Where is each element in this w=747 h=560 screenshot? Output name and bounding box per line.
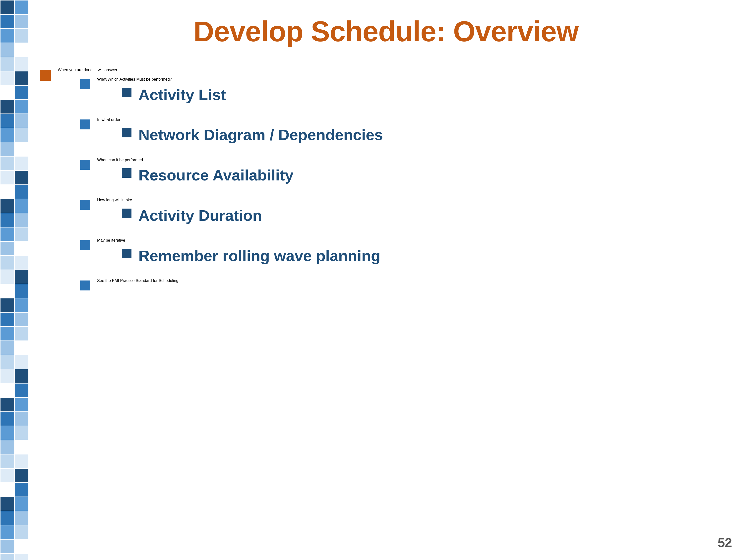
bullet-square-l2-4 — [80, 200, 90, 210]
strip-block — [0, 57, 14, 71]
level2-content-5: May be iterative Remember rolling wave p… — [97, 238, 732, 271]
strip-block — [0, 0, 14, 14]
strip-block — [0, 213, 14, 227]
strip-block — [15, 412, 28, 426]
strip-block — [15, 171, 28, 184]
strip-block — [15, 313, 28, 326]
strip-block — [15, 128, 28, 142]
list-item-level2-1: What/Which Activities Must be performed?… — [80, 77, 732, 110]
strip-block — [15, 270, 28, 284]
strip-block — [15, 86, 28, 99]
strip-block — [15, 242, 28, 256]
strip-block — [0, 256, 14, 270]
strip-block — [0, 383, 14, 397]
strip-block — [15, 426, 28, 440]
page-number: 52 — [718, 535, 732, 550]
strip-block — [15, 355, 28, 369]
strip-block — [15, 526, 28, 539]
level2-content-1: What/Which Activities Must be performed?… — [97, 77, 732, 110]
strip-block — [0, 554, 14, 560]
list-item-level2-3: When can it be performed Resource Availa… — [80, 158, 732, 191]
strip-block — [15, 554, 28, 560]
strip-block — [15, 72, 28, 85]
strip-block — [15, 185, 28, 198]
bullet-square-l2-2 — [80, 119, 90, 129]
strip-block — [15, 57, 28, 71]
strip-block — [0, 511, 14, 525]
strip-block — [0, 497, 14, 511]
level1-text-1: When you are done, it will answer — [58, 68, 117, 72]
strip-block — [0, 270, 14, 284]
level2-text-6: See the PMI Practice Standard for Schedu… — [97, 278, 178, 283]
list-item-level3-1: Activity List — [122, 86, 732, 104]
strip-block — [0, 469, 14, 482]
strip-block — [0, 284, 14, 298]
list-item-level3-2: Network Diagram / Dependencies — [122, 126, 732, 143]
strip-block — [0, 43, 14, 57]
strip-block — [0, 313, 14, 326]
list-item-level1-1: When you are done, it will answer What/W… — [40, 68, 732, 297]
main-bullet-list: When you are done, it will answer What/W… — [40, 68, 732, 297]
level3-list-3: Resource Availability — [97, 166, 732, 184]
level3-text-4: Activity Duration — [138, 207, 262, 224]
strip-block — [0, 369, 14, 383]
bullet-square-l2-6 — [80, 281, 90, 290]
bullet-square-l2-5 — [80, 240, 90, 250]
strip-block — [15, 483, 28, 497]
level3-list-2: Network Diagram / Dependencies — [97, 126, 732, 143]
strip-block — [0, 228, 14, 241]
level2-content-6: See the PMI Practice Standard for Schedu… — [97, 278, 732, 283]
strip-block — [0, 114, 14, 128]
strip-block — [15, 298, 28, 312]
level2-text-4: How long will it take — [97, 198, 132, 202]
strip-block — [0, 341, 14, 355]
strip-block — [0, 100, 14, 113]
strip-block — [15, 497, 28, 511]
list-item-level2-5: May be iterative Remember rolling wave p… — [80, 238, 732, 271]
strip-block — [15, 383, 28, 397]
strip-block — [0, 526, 14, 539]
list-item-level3-5: Remember rolling wave planning — [122, 247, 732, 265]
strip-block — [15, 284, 28, 298]
level3-text-3: Resource Availability — [138, 166, 293, 184]
strip-block — [0, 412, 14, 426]
bullet-square-l3-4 — [122, 209, 131, 218]
strip-block — [15, 540, 28, 553]
bullet-square-l3-3 — [122, 168, 131, 178]
strip-block — [0, 199, 14, 213]
strip-block — [15, 142, 28, 156]
level2-list: What/Which Activities Must be performed?… — [58, 77, 732, 290]
strip-block — [0, 540, 14, 553]
strip-block — [0, 157, 14, 170]
strip-block — [15, 114, 28, 128]
strip-block — [15, 454, 28, 468]
level3-text-5: Remember rolling wave planning — [138, 247, 381, 265]
strip-block — [15, 29, 28, 43]
bullet-square-l3-2 — [122, 128, 131, 137]
strip-block — [15, 0, 28, 14]
strip-block — [15, 228, 28, 241]
list-item-level3-3: Resource Availability — [122, 166, 732, 184]
slide-content: Develop Schedule: Overview When you are … — [40, 15, 732, 545]
strip-block — [15, 440, 28, 454]
strip-block — [0, 483, 14, 497]
strip-block — [15, 327, 28, 341]
strip-block — [0, 171, 14, 184]
strip-block — [15, 369, 28, 383]
bullet-square-l3-1 — [122, 88, 131, 97]
strip-block — [15, 15, 28, 28]
level3-list-1: Activity List — [97, 86, 732, 104]
strip-block — [0, 242, 14, 256]
level2-text-5: May be iterative — [97, 238, 125, 242]
strip-block — [0, 72, 14, 85]
strip-block — [0, 185, 14, 198]
bullet-square-l2-1 — [80, 79, 90, 89]
strip-block — [0, 398, 14, 411]
level3-text-1: Activity List — [138, 86, 226, 104]
strip-block — [15, 398, 28, 411]
strip-block — [15, 43, 28, 57]
strip-block — [15, 341, 28, 355]
left-decorative-strip — [0, 0, 32, 560]
strip-block — [15, 256, 28, 270]
strip-block — [15, 157, 28, 170]
